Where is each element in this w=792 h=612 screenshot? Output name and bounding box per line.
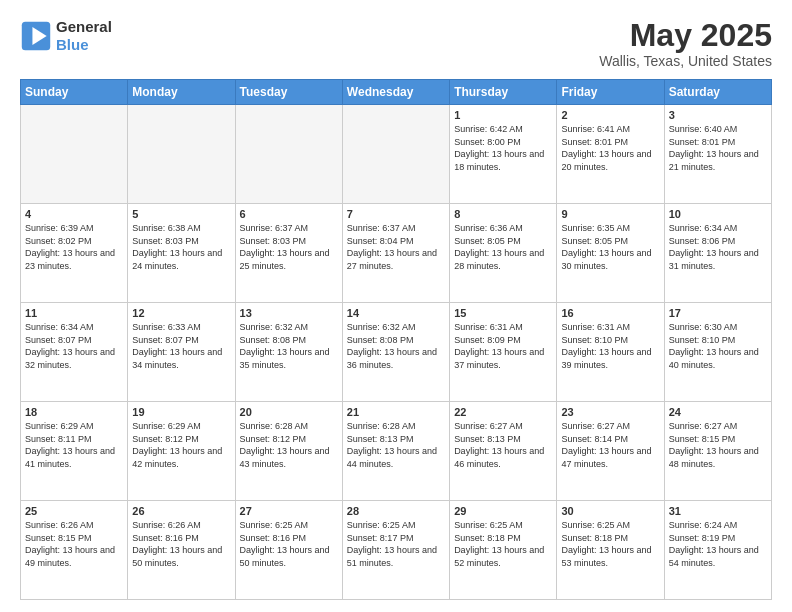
logo-line2: Blue [56, 36, 112, 54]
day-header-saturday: Saturday [664, 80, 771, 105]
day-info: Sunrise: 6:34 AMSunset: 8:07 PMDaylight:… [25, 321, 123, 371]
day-info: Sunrise: 6:32 AMSunset: 8:08 PMDaylight:… [347, 321, 445, 371]
calendar-cell: 31Sunrise: 6:24 AMSunset: 8:19 PMDayligh… [664, 501, 771, 600]
location: Wallis, Texas, United States [599, 53, 772, 69]
calendar-cell: 11Sunrise: 6:34 AMSunset: 8:07 PMDayligh… [21, 303, 128, 402]
calendar-cell [128, 105, 235, 204]
day-info: Sunrise: 6:31 AMSunset: 8:09 PMDaylight:… [454, 321, 552, 371]
calendar-cell: 24Sunrise: 6:27 AMSunset: 8:15 PMDayligh… [664, 402, 771, 501]
logo: General Blue [20, 18, 112, 54]
day-info: Sunrise: 6:26 AMSunset: 8:16 PMDaylight:… [132, 519, 230, 569]
day-number: 7 [347, 208, 445, 220]
day-number: 17 [669, 307, 767, 319]
calendar-cell: 8Sunrise: 6:36 AMSunset: 8:05 PMDaylight… [450, 204, 557, 303]
day-number: 22 [454, 406, 552, 418]
day-number: 9 [561, 208, 659, 220]
day-number: 18 [25, 406, 123, 418]
calendar-cell: 14Sunrise: 6:32 AMSunset: 8:08 PMDayligh… [342, 303, 449, 402]
day-info: Sunrise: 6:42 AMSunset: 8:00 PMDaylight:… [454, 123, 552, 173]
calendar-header-row: SundayMondayTuesdayWednesdayThursdayFrid… [21, 80, 772, 105]
day-info: Sunrise: 6:41 AMSunset: 8:01 PMDaylight:… [561, 123, 659, 173]
calendar-cell: 17Sunrise: 6:30 AMSunset: 8:10 PMDayligh… [664, 303, 771, 402]
calendar-table: SundayMondayTuesdayWednesdayThursdayFrid… [20, 79, 772, 600]
day-info: Sunrise: 6:39 AMSunset: 8:02 PMDaylight:… [25, 222, 123, 272]
day-number: 27 [240, 505, 338, 517]
day-number: 1 [454, 109, 552, 121]
day-number: 3 [669, 109, 767, 121]
day-info: Sunrise: 6:38 AMSunset: 8:03 PMDaylight:… [132, 222, 230, 272]
day-info: Sunrise: 6:25 AMSunset: 8:18 PMDaylight:… [454, 519, 552, 569]
day-number: 31 [669, 505, 767, 517]
calendar-cell: 23Sunrise: 6:27 AMSunset: 8:14 PMDayligh… [557, 402, 664, 501]
day-number: 12 [132, 307, 230, 319]
calendar-cell: 2Sunrise: 6:41 AMSunset: 8:01 PMDaylight… [557, 105, 664, 204]
day-number: 6 [240, 208, 338, 220]
calendar-cell: 1Sunrise: 6:42 AMSunset: 8:00 PMDaylight… [450, 105, 557, 204]
calendar-cell [342, 105, 449, 204]
calendar-week-4: 25Sunrise: 6:26 AMSunset: 8:15 PMDayligh… [21, 501, 772, 600]
day-info: Sunrise: 6:27 AMSunset: 8:15 PMDaylight:… [669, 420, 767, 470]
day-header-wednesday: Wednesday [342, 80, 449, 105]
day-info: Sunrise: 6:32 AMSunset: 8:08 PMDaylight:… [240, 321, 338, 371]
day-header-thursday: Thursday [450, 80, 557, 105]
calendar-cell: 6Sunrise: 6:37 AMSunset: 8:03 PMDaylight… [235, 204, 342, 303]
day-number: 10 [669, 208, 767, 220]
calendar-cell: 19Sunrise: 6:29 AMSunset: 8:12 PMDayligh… [128, 402, 235, 501]
calendar-cell: 21Sunrise: 6:28 AMSunset: 8:13 PMDayligh… [342, 402, 449, 501]
day-header-monday: Monday [128, 80, 235, 105]
day-number: 14 [347, 307, 445, 319]
day-info: Sunrise: 6:30 AMSunset: 8:10 PMDaylight:… [669, 321, 767, 371]
calendar-week-0: 1Sunrise: 6:42 AMSunset: 8:00 PMDaylight… [21, 105, 772, 204]
calendar-cell: 26Sunrise: 6:26 AMSunset: 8:16 PMDayligh… [128, 501, 235, 600]
logo-line1: General [56, 18, 112, 36]
day-number: 11 [25, 307, 123, 319]
day-info: Sunrise: 6:37 AMSunset: 8:03 PMDaylight:… [240, 222, 338, 272]
calendar-cell: 15Sunrise: 6:31 AMSunset: 8:09 PMDayligh… [450, 303, 557, 402]
day-info: Sunrise: 6:40 AMSunset: 8:01 PMDaylight:… [669, 123, 767, 173]
calendar-cell: 4Sunrise: 6:39 AMSunset: 8:02 PMDaylight… [21, 204, 128, 303]
calendar-cell: 13Sunrise: 6:32 AMSunset: 8:08 PMDayligh… [235, 303, 342, 402]
calendar-cell [21, 105, 128, 204]
calendar-cell: 18Sunrise: 6:29 AMSunset: 8:11 PMDayligh… [21, 402, 128, 501]
calendar-cell: 30Sunrise: 6:25 AMSunset: 8:18 PMDayligh… [557, 501, 664, 600]
calendar-cell: 20Sunrise: 6:28 AMSunset: 8:12 PMDayligh… [235, 402, 342, 501]
day-info: Sunrise: 6:25 AMSunset: 8:17 PMDaylight:… [347, 519, 445, 569]
day-info: Sunrise: 6:37 AMSunset: 8:04 PMDaylight:… [347, 222, 445, 272]
day-info: Sunrise: 6:36 AMSunset: 8:05 PMDaylight:… [454, 222, 552, 272]
day-info: Sunrise: 6:25 AMSunset: 8:18 PMDaylight:… [561, 519, 659, 569]
calendar-cell: 28Sunrise: 6:25 AMSunset: 8:17 PMDayligh… [342, 501, 449, 600]
day-header-tuesday: Tuesday [235, 80, 342, 105]
day-number: 5 [132, 208, 230, 220]
day-number: 29 [454, 505, 552, 517]
day-number: 30 [561, 505, 659, 517]
calendar-cell: 10Sunrise: 6:34 AMSunset: 8:06 PMDayligh… [664, 204, 771, 303]
calendar-week-2: 11Sunrise: 6:34 AMSunset: 8:07 PMDayligh… [21, 303, 772, 402]
day-info: Sunrise: 6:24 AMSunset: 8:19 PMDaylight:… [669, 519, 767, 569]
header: General Blue May 2025 Wallis, Texas, Uni… [20, 18, 772, 69]
calendar-cell [235, 105, 342, 204]
title-block: May 2025 Wallis, Texas, United States [599, 18, 772, 69]
day-number: 28 [347, 505, 445, 517]
day-info: Sunrise: 6:35 AMSunset: 8:05 PMDaylight:… [561, 222, 659, 272]
day-number: 8 [454, 208, 552, 220]
logo-icon [20, 20, 52, 52]
calendar-cell: 9Sunrise: 6:35 AMSunset: 8:05 PMDaylight… [557, 204, 664, 303]
day-info: Sunrise: 6:28 AMSunset: 8:12 PMDaylight:… [240, 420, 338, 470]
day-number: 15 [454, 307, 552, 319]
day-header-friday: Friday [557, 80, 664, 105]
calendar-cell: 7Sunrise: 6:37 AMSunset: 8:04 PMDaylight… [342, 204, 449, 303]
month-title: May 2025 [599, 18, 772, 53]
calendar-cell: 27Sunrise: 6:25 AMSunset: 8:16 PMDayligh… [235, 501, 342, 600]
calendar-cell: 5Sunrise: 6:38 AMSunset: 8:03 PMDaylight… [128, 204, 235, 303]
day-number: 4 [25, 208, 123, 220]
calendar-cell: 22Sunrise: 6:27 AMSunset: 8:13 PMDayligh… [450, 402, 557, 501]
day-number: 2 [561, 109, 659, 121]
calendar-cell: 29Sunrise: 6:25 AMSunset: 8:18 PMDayligh… [450, 501, 557, 600]
day-number: 19 [132, 406, 230, 418]
calendar-week-3: 18Sunrise: 6:29 AMSunset: 8:11 PMDayligh… [21, 402, 772, 501]
page: General Blue May 2025 Wallis, Texas, Uni… [0, 0, 792, 612]
day-info: Sunrise: 6:34 AMSunset: 8:06 PMDaylight:… [669, 222, 767, 272]
day-header-sunday: Sunday [21, 80, 128, 105]
day-info: Sunrise: 6:29 AMSunset: 8:11 PMDaylight:… [25, 420, 123, 470]
day-number: 25 [25, 505, 123, 517]
